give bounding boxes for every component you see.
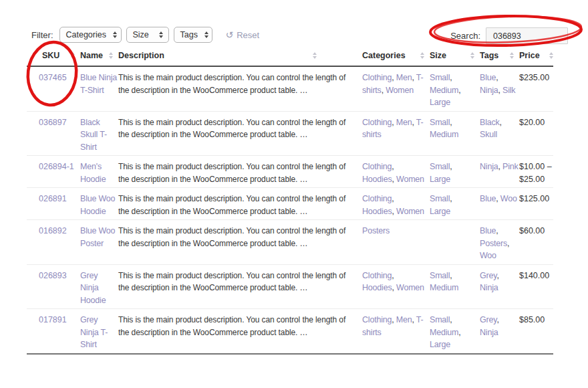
size-link[interactable]: Large xyxy=(430,207,450,216)
cell-size: Small, Medium xyxy=(430,264,480,309)
tag-link[interactable]: Pink xyxy=(502,162,519,171)
tag-link[interactable]: Woo xyxy=(480,251,496,260)
separator: , xyxy=(496,73,498,82)
search-input[interactable] xyxy=(486,27,568,44)
separator: , xyxy=(450,194,452,203)
size-link[interactable]: Small xyxy=(430,162,450,171)
category-link[interactable]: Hoodies xyxy=(362,283,392,292)
product-name-link[interactable]: Blue Woo Hoodie xyxy=(80,194,115,216)
category-link[interactable]: Men xyxy=(396,118,412,127)
sku-link[interactable]: 037465 xyxy=(39,73,67,82)
product-name-link[interactable]: Blue Woo Poster xyxy=(80,226,115,248)
size-link[interactable]: Small xyxy=(430,315,450,324)
column-label: Categories xyxy=(362,51,406,60)
product-name-link[interactable]: Black Skull T-Shirt xyxy=(80,118,107,152)
cell-price: $60.00 xyxy=(519,220,553,265)
sku-link[interactable]: 026891 xyxy=(39,194,67,203)
tag-link[interactable]: Ninja xyxy=(480,86,498,95)
category-link[interactable]: Women xyxy=(396,207,424,216)
category-link[interactable]: Hoodies xyxy=(362,207,392,216)
stepper-arrows-icon xyxy=(113,31,117,38)
size-filter-value: Size xyxy=(133,30,149,39)
sku-link[interactable]: 017891 xyxy=(39,315,67,324)
table-row: 037465Blue Ninja T-ShirtThis is the main… xyxy=(27,66,553,111)
tag-link[interactable]: Skull xyxy=(480,130,497,139)
sort-arrows-icon xyxy=(470,52,474,59)
column-header-description[interactable]: Description xyxy=(118,47,362,66)
tag-link[interactable]: Grey xyxy=(480,271,496,280)
tag-link[interactable]: Woo xyxy=(500,194,517,203)
column-header-size[interactable]: Size xyxy=(430,47,480,66)
sku-link[interactable]: 036897 xyxy=(39,118,67,127)
category-link[interactable]: Clothing xyxy=(362,194,392,203)
category-link[interactable]: Posters xyxy=(362,226,390,235)
cell-tags: Ninja, Pink xyxy=(480,156,519,188)
category-link[interactable]: Clothing xyxy=(362,162,392,171)
category-link[interactable]: Women xyxy=(396,175,424,184)
column-header-sku[interactable]: SKU xyxy=(27,47,80,66)
column-header-price[interactable]: Price xyxy=(519,47,553,66)
size-link[interactable]: Small xyxy=(430,271,450,280)
size-link[interactable]: Medium xyxy=(430,328,458,337)
tag-link[interactable]: Ninja xyxy=(480,162,498,171)
separator: , xyxy=(496,226,498,235)
cell-sku: 037465 xyxy=(27,66,80,111)
category-link[interactable]: Men xyxy=(396,73,412,82)
products-table: SKUNameDescriptionCategoriesSizeTagsPric… xyxy=(27,47,553,355)
size-link[interactable]: Large xyxy=(430,340,450,349)
column-header-name[interactable]: Name xyxy=(80,47,118,66)
category-link[interactable]: Women xyxy=(396,283,424,292)
sku-link[interactable]: 026894-1 xyxy=(39,162,74,171)
search-label: Search: xyxy=(450,31,480,41)
size-link[interactable]: Medium xyxy=(430,86,458,95)
size-link[interactable]: Small xyxy=(430,194,450,203)
tag-link[interactable]: Blue xyxy=(480,226,496,235)
size-link[interactable]: Large xyxy=(430,98,450,107)
size-link[interactable]: Small xyxy=(430,73,450,82)
size-link[interactable]: Medium xyxy=(430,283,458,292)
tag-link[interactable]: Silk xyxy=(502,86,515,95)
category-link[interactable]: Clothing xyxy=(362,271,392,280)
size-link[interactable]: Small xyxy=(430,118,450,127)
category-link[interactable]: Clothing xyxy=(362,315,392,324)
tag-link[interactable]: Blue xyxy=(480,194,496,203)
cell-categories: Posters xyxy=(362,220,430,265)
cell-name: Grey Ninja T-Shirt xyxy=(80,309,118,354)
category-link[interactable]: Clothing xyxy=(362,118,392,127)
product-name-link[interactable]: Grey Ninja T-Shirt xyxy=(80,315,108,349)
column-label: Price xyxy=(519,51,540,60)
categories-filter-value: Categories xyxy=(66,30,106,39)
category-link[interactable]: Women xyxy=(386,86,414,95)
column-header-categories[interactable]: Categories xyxy=(362,47,430,66)
cell-sku: 026893 xyxy=(27,264,80,309)
tag-link[interactable]: Ninja xyxy=(480,328,498,337)
size-filter-select[interactable]: Size xyxy=(126,27,169,43)
tag-link[interactable]: Blue xyxy=(480,73,496,82)
separator: , xyxy=(450,315,452,324)
categories-filter-select[interactable]: Categories xyxy=(59,27,122,43)
product-name-link[interactable]: Blue Ninja T-Shirt xyxy=(80,73,117,95)
sku-link[interactable]: 026893 xyxy=(39,271,67,280)
product-name-link[interactable]: Men's Hoodie xyxy=(80,162,106,184)
separator: , xyxy=(450,73,452,82)
tags-filter-select[interactable]: Tags xyxy=(174,27,212,43)
separator: , xyxy=(458,86,460,95)
table-row: 026893Grey Ninja HoodieThis is the main … xyxy=(27,264,553,309)
sku-link[interactable]: 016892 xyxy=(39,226,67,235)
cell-tags: Blue, Woo xyxy=(480,188,519,220)
reset-link[interactable]: ↺ Reset xyxy=(226,30,260,40)
category-link[interactable]: Clothing xyxy=(362,73,392,82)
tag-link[interactable]: Grey xyxy=(480,315,496,324)
tags-filter-value: Tags xyxy=(180,30,198,39)
size-link[interactable]: Medium xyxy=(430,130,458,139)
sort-arrows-icon xyxy=(510,52,514,59)
column-label: Description xyxy=(118,51,164,60)
column-header-tags[interactable]: Tags xyxy=(480,47,519,66)
tag-link[interactable]: Posters xyxy=(480,239,507,248)
product-name-link[interactable]: Grey Ninja Hoodie xyxy=(80,271,106,305)
tag-link[interactable]: Ninja xyxy=(480,283,498,292)
size-link[interactable]: Large xyxy=(430,175,450,184)
tag-link[interactable]: Black xyxy=(480,118,500,127)
category-link[interactable]: Men xyxy=(396,315,412,324)
category-link[interactable]: Hoodies xyxy=(362,175,392,184)
